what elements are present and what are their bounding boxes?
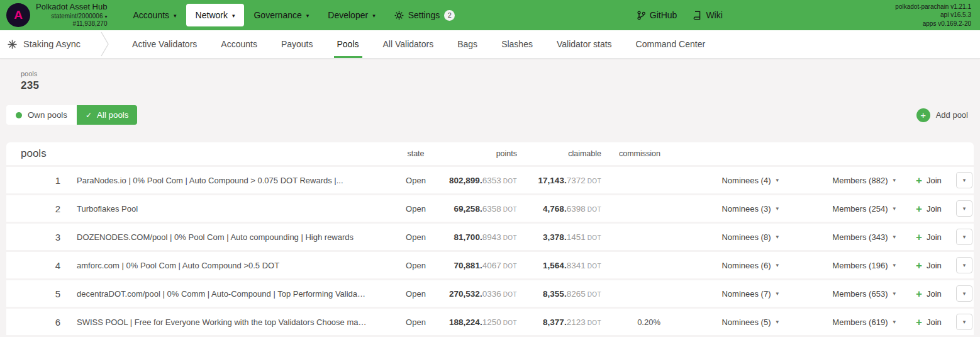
chevron-down-icon: ▾ [776, 234, 779, 240]
join-label: Join [927, 176, 942, 185]
claimable-fraction: 1451 [567, 232, 586, 242]
pool-state: Open [367, 261, 428, 270]
join-button[interactable]: + Join [899, 288, 951, 299]
members-expander[interactable]: Members (254) ▾ [786, 204, 899, 214]
chevron-down-icon: ▾ [776, 262, 779, 268]
plus-icon: + [916, 260, 922, 271]
settings-badge: 2 [444, 10, 455, 21]
members-expander[interactable]: Members (196) ▾ [786, 261, 899, 270]
plus-icon: + [916, 108, 930, 122]
nav-settings[interactable]: Settings 2 [385, 4, 465, 26]
plus-icon: + [916, 203, 922, 214]
tab-pools[interactable]: Pools [325, 30, 371, 58]
nominees-expander[interactable]: Nominees (3) ▾ [686, 204, 786, 214]
tab-all-validators[interactable]: All Validators [371, 30, 446, 58]
points-integer: 70,881. [454, 261, 482, 270]
add-pool-button[interactable]: + Add pool [916, 108, 974, 122]
pool-row: 4 amforc.com | 0% Pool Com | Auto Compou… [6, 252, 974, 278]
chevron-down-icon: ▾ [963, 290, 966, 297]
claimable-unit: DOT [587, 291, 601, 298]
chevron-down-icon: ▾ [776, 319, 779, 325]
claimable-unit: DOT [587, 319, 601, 326]
claimable-unit: DOT [587, 206, 601, 213]
chain-runtime[interactable]: statemint/2000006▾ [36, 13, 107, 21]
members-expander[interactable]: Members (343) ▾ [786, 232, 899, 242]
pool-row: 3 DOZENODES.COM/pool | 0% Pool Com | Aut… [6, 224, 974, 250]
pool-claimable: 4,768.6398DOT [522, 204, 610, 214]
plus-icon: + [916, 232, 922, 243]
tab-accounts[interactable]: Accounts [209, 30, 269, 58]
nominees-label: Nominees (3) [721, 204, 771, 214]
nav-governance[interactable]: Governance ▾ [244, 4, 318, 26]
row-menu-button[interactable]: ▾ [956, 172, 972, 188]
join-button[interactable]: + Join [899, 232, 951, 243]
pool-name: ParaNodes.io | 0% Pool Com | Auto Compou… [63, 176, 367, 185]
tab-slashes[interactable]: Slashes [489, 30, 545, 58]
members-expander[interactable]: Members (619) ▾ [786, 317, 899, 327]
join-button[interactable]: + Join [899, 260, 951, 271]
nav-accounts[interactable]: Accounts ▾ [123, 4, 186, 26]
nominees-expander[interactable]: Nominees (4) ▾ [686, 176, 786, 185]
own-pools-button[interactable]: Own pools [6, 105, 77, 125]
pool-claimable: 17,143.7372DOT [522, 176, 610, 185]
nominees-label: Nominees (6) [721, 261, 771, 270]
nominees-expander[interactable]: Nominees (5) ▾ [686, 317, 786, 327]
pool-points: 70,881.4067DOT [428, 261, 522, 270]
members-expander[interactable]: Members (882) ▾ [786, 176, 899, 185]
tab-active-validators[interactable]: Active Validators [120, 30, 209, 58]
points-integer: 270,532. [449, 289, 482, 299]
all-pools-button[interactable]: ✓ All pools [77, 105, 137, 125]
tab-bar: Staking Async Active Validators Accounts… [0, 30, 980, 59]
chevron-down-icon: ▾ [174, 13, 177, 19]
wiki-link[interactable]: Wiki [693, 10, 722, 20]
members-label: Members (882) [832, 176, 888, 185]
chevron-down-icon: ▾ [893, 205, 896, 212]
toolbar: Own pools ✓ All pools + Add pool [6, 105, 974, 125]
tab-bags[interactable]: Bags [445, 30, 489, 58]
main-nav: Accounts ▾ Network ▾ Governance ▾ Develo… [123, 0, 464, 30]
join-button[interactable]: + Join [899, 203, 951, 214]
points-fraction: 6358 [482, 204, 501, 214]
points-integer: 188,224. [449, 317, 482, 327]
points-fraction: 8943 [482, 232, 501, 242]
version-info: polkadot-parachain v1.21.1 api v16.5.3 a… [895, 3, 971, 28]
chevron-down-icon: ▾ [963, 262, 966, 268]
members-label: Members (343) [832, 232, 888, 242]
members-label: Members (619) [832, 317, 888, 327]
nominees-expander[interactable]: Nominees (8) ▾ [686, 232, 786, 242]
chain-logo[interactable]: A [6, 3, 30, 27]
chevron-down-icon: ▾ [963, 177, 966, 183]
row-menu-button[interactable]: ▾ [956, 314, 972, 330]
tab-command-center[interactable]: Command Center [624, 30, 718, 58]
chevron-down-icon: ▾ [893, 234, 896, 240]
join-button[interactable]: + Join [899, 175, 951, 186]
nominees-expander[interactable]: Nominees (7) ▾ [686, 289, 786, 299]
staking-app-icon [8, 40, 17, 49]
plus-icon: + [916, 288, 922, 299]
pool-claimable: 3,378.1451DOT [522, 232, 610, 242]
claimable-unit: DOT [587, 234, 601, 241]
nominees-label: Nominees (4) [721, 176, 771, 185]
nav-network[interactable]: Network ▾ [186, 4, 245, 26]
members-expander[interactable]: Members (653) ▾ [786, 289, 899, 299]
tab-payouts[interactable]: Payouts [269, 30, 325, 58]
app-title-label: Staking Async [23, 39, 81, 49]
row-menu-button[interactable]: ▾ [956, 285, 972, 302]
row-menu-button[interactable]: ▾ [956, 229, 972, 245]
join-label: Join [927, 204, 942, 214]
claimable-fraction: 2123 [567, 317, 586, 327]
claimable-integer: 17,143. [538, 176, 567, 185]
nav-developer[interactable]: Developer ▾ [318, 4, 384, 26]
nav-settings-label: Settings [408, 10, 440, 20]
own-pools-label: Own pools [28, 110, 67, 120]
github-link[interactable]: GitHub [637, 10, 677, 20]
row-menu-button[interactable]: ▾ [956, 200, 972, 217]
pool-filter-toggle: Own pools ✓ All pools [6, 105, 137, 125]
pool-index: 6 [6, 317, 63, 328]
row-menu-cell: ▾ [951, 229, 974, 245]
chain-info[interactable]: Polkadot Asset Hub statemint/2000006▾ #1… [36, 2, 107, 28]
nominees-expander[interactable]: Nominees (6) ▾ [686, 261, 786, 270]
join-button[interactable]: + Join [899, 317, 951, 328]
tab-validator-stats[interactable]: Validator stats [545, 30, 624, 58]
row-menu-button[interactable]: ▾ [956, 257, 972, 273]
